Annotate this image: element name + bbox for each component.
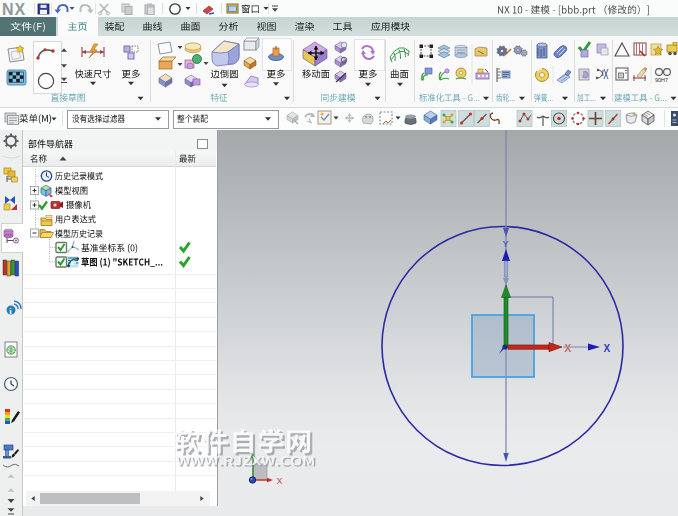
svg-text:90H7: 90H7 <box>655 77 668 83</box>
svg-text:X: X <box>565 343 572 354</box>
svg-text:Y: Y <box>503 239 509 249</box>
svg-text:NX: NX <box>2 1 26 18</box>
svg-text:X: X <box>604 343 611 354</box>
svg-text:X: X <box>277 476 283 486</box>
